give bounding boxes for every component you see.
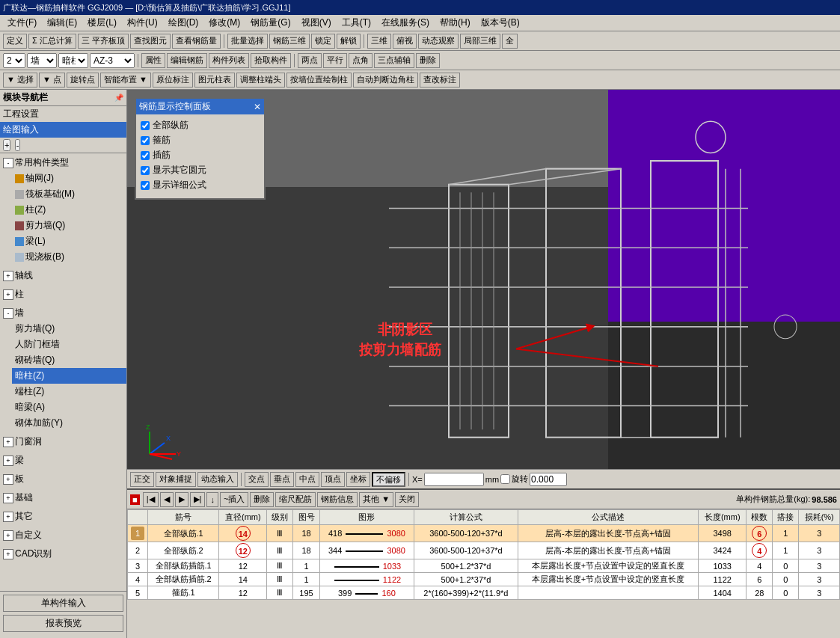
btn-ortho[interactable]: 正交 — [130, 472, 154, 487]
btn-nav-prev[interactable]: ◀ — [160, 492, 174, 507]
btn-endpoint[interactable]: 顶点 — [321, 472, 345, 487]
cb-detail-input[interactable] — [141, 181, 150, 190]
btn-parallel[interactable]: 平行 — [323, 53, 347, 68]
btn-point-angle[interactable]: 点角 — [349, 53, 373, 68]
cb-all-long-input[interactable] — [141, 121, 150, 130]
x-input[interactable] — [424, 473, 484, 486]
btn-two-points[interactable]: 两点 — [298, 53, 322, 68]
btn-no-offset[interactable]: 不偏移 — [372, 472, 405, 487]
btn-other[interactable]: 其他 ▼ — [359, 492, 393, 507]
btn-all[interactable]: 全 — [502, 34, 518, 49]
nav-found-gh[interactable]: + 基础 — [0, 490, 126, 506]
element-select[interactable]: AZ-3 — [90, 53, 135, 68]
nav-hidden-beam[interactable]: 暗梁(A) — [12, 399, 126, 415]
menu-edit[interactable]: 编辑(E) — [43, 15, 82, 31]
btn-batch-select[interactable]: 批量选择 — [227, 34, 268, 49]
btn-remove[interactable]: 删除 — [250, 492, 274, 507]
btn-perp[interactable]: 垂点 — [270, 472, 294, 487]
nav-hidden-col[interactable]: 暗柱(Z) — [12, 368, 126, 384]
btn-rotate-point[interactable]: 旋转点 — [67, 73, 99, 88]
menu-online[interactable]: 在线服务(S) — [377, 15, 434, 31]
nav-masonry-rebar[interactable]: 砌体加筋(Y) — [12, 415, 126, 431]
nav-pin[interactable]: 📌 — [114, 93, 123, 102]
menu-rebar[interactable]: 钢筋量(G) — [246, 15, 295, 31]
btn-nav-sub[interactable]: - — [15, 139, 21, 151]
nav-slab-gh[interactable]: + 板 — [0, 471, 126, 487]
btn-component-list[interactable]: 构件列表 — [209, 53, 249, 68]
btn-edit-rebar[interactable]: 编辑钢筋 — [167, 53, 207, 68]
btn-flat-top[interactable]: 三 平齐板顶 — [78, 34, 129, 49]
nav-brick-wall[interactable]: 砌砖墙(Q) — [12, 352, 126, 368]
nav-civil-def-wall[interactable]: 人防门框墙 — [12, 337, 126, 352]
cb-detail-formula[interactable]: 显示详细公式 — [141, 179, 260, 191]
btn-auto-judge[interactable]: 自动判断边角柱 — [353, 73, 418, 88]
btn-down[interactable]: ↓ — [206, 492, 218, 507]
btn-origin-label[interactable]: 原位标注 — [153, 73, 193, 88]
btn-intersect[interactable]: 交点 — [245, 472, 269, 487]
btn-point[interactable]: ▼ 点 — [39, 73, 65, 88]
rotate-checkbox[interactable] — [500, 474, 510, 484]
btn-local-3d[interactable]: 局部三维 — [460, 34, 500, 49]
btn-smart-layout[interactable]: 智能布置 ▼ — [100, 73, 151, 88]
btn-col-table[interactable]: 图元柱表 — [194, 73, 235, 88]
btn-unlock[interactable]: 解锁 — [337, 34, 361, 49]
nav-beam[interactable]: 梁(L) — [12, 233, 126, 249]
btn-view-rebar[interactable]: 查看钢筋量 — [172, 34, 221, 49]
nav-slab[interactable]: 现浇板(B) — [12, 249, 126, 265]
menu-view[interactable]: 视图(V) — [297, 15, 336, 31]
cb-stirrup-input[interactable] — [141, 136, 150, 145]
type-select[interactable]: 墙 — [27, 53, 57, 68]
nav-end-col[interactable]: 端柱(Z) — [12, 384, 126, 399]
nav-beam-gh[interactable]: + 梁 — [0, 453, 126, 468]
layer-select[interactable]: 2 — [3, 53, 25, 68]
viewport[interactable]: 钢筋显示控制面板 ✕ 全部纵筋 箍筋 插筋 — [127, 90, 840, 469]
btn-nav-first[interactable]: |◀ — [143, 492, 159, 507]
btn-3d-rebar[interactable]: 钢筋三维 — [269, 34, 310, 49]
nav-other-gh[interactable]: + 其它 — [0, 509, 126, 524]
menu-help[interactable]: 帮助(H) — [435, 15, 475, 31]
cb-stirrup[interactable]: 箍筋 — [141, 134, 260, 147]
btn-report-preview[interactable]: 报表预览 — [3, 615, 123, 632]
btn-insert[interactable]: ~插入 — [220, 492, 248, 507]
menu-tools[interactable]: 工具(T) — [337, 15, 375, 31]
nav-shear-wall2[interactable]: 剪力墙(Q) — [12, 321, 126, 337]
cb-insert-input[interactable] — [141, 151, 150, 160]
btn-dynamic-input[interactable]: 动态输入 — [197, 472, 238, 487]
btn-lock[interactable]: 锁定 — [311, 34, 335, 49]
btn-close[interactable]: 关闭 — [395, 492, 419, 507]
nav-door-gh[interactable]: + 门窗洞 — [0, 434, 126, 450]
btn-midpoint[interactable]: 中点 — [295, 472, 319, 487]
menu-version[interactable]: 版本号(B) — [476, 15, 524, 31]
nav-cad-gh[interactable]: + CAD识别 — [0, 546, 126, 562]
btn-rebar-info[interactable]: 钢筋信息 — [317, 492, 358, 507]
btn-nav-last[interactable]: ▶| — [190, 492, 206, 507]
menu-component[interactable]: 构件(U) — [123, 15, 162, 31]
btn-select[interactable]: ▼ 选择 — [3, 73, 37, 88]
popup-close-btn[interactable]: ✕ — [254, 102, 261, 112]
cb-other-elem[interactable]: 显示其它圆元 — [141, 164, 260, 177]
btn-define[interactable]: 定义 — [3, 34, 27, 49]
btn-nav-add[interactable]: + — [3, 139, 10, 151]
cb-other-input[interactable] — [141, 166, 150, 175]
btn-nav-next[interactable]: ▶ — [175, 492, 188, 507]
btn-sum[interactable]: Σ 汇总计算 — [28, 34, 76, 49]
nav-axis-gh[interactable]: + 轴线 — [0, 268, 126, 283]
menu-file[interactable]: 文件(F) — [3, 15, 41, 31]
nav-custom-gh[interactable]: + 自定义 — [0, 527, 126, 543]
btn-3d[interactable]: 三维 — [367, 34, 391, 49]
btn-single-input[interactable]: 单构件输入 — [3, 595, 123, 612]
btn-snap[interactable]: 对象捕捉 — [156, 472, 196, 487]
menu-floor[interactable]: 楼层(L) — [83, 15, 121, 31]
btn-top-view[interactable]: 俯视 — [393, 34, 417, 49]
cb-all-long[interactable]: 全部纵筋 — [141, 119, 260, 132]
menu-modify[interactable]: 修改(M) — [204, 15, 245, 31]
cb-insert[interactable]: 插筋 — [141, 149, 260, 162]
nav-raft[interactable]: 筏板基础(M) — [12, 186, 126, 202]
nav-col-gh[interactable]: + 柱 — [0, 286, 126, 302]
menu-draw[interactable]: 绘图(D) — [164, 15, 203, 31]
nav-shear-wall[interactable]: 剪力墙(Q) — [12, 218, 126, 233]
btn-dynamic[interactable]: 动态观察 — [418, 34, 459, 49]
btn-draw-by-wall[interactable]: 按墙位置绘制柱 — [286, 73, 352, 88]
subtype-select[interactable]: 暗柱 — [58, 53, 88, 68]
nav-wall-gh[interactable]: - 墙 — [0, 305, 126, 321]
